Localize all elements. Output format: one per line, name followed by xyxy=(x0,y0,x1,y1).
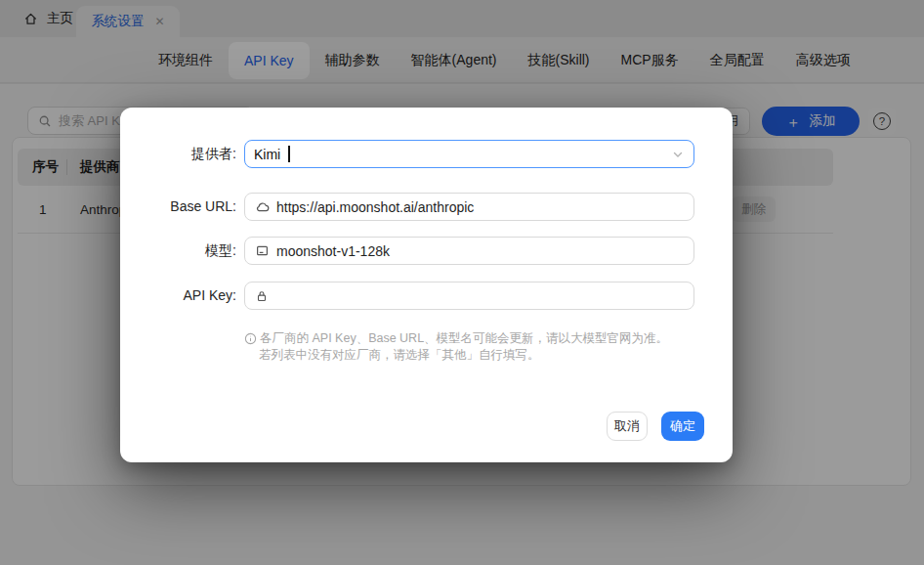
info-icon xyxy=(244,332,257,345)
dialog-note: 各厂商的 API Key、Base URL、模型名可能会更新，请以大模型官网为准… xyxy=(244,330,713,364)
model-icon xyxy=(255,243,270,258)
base-url-field[interactable] xyxy=(244,193,694,221)
lock-icon xyxy=(255,289,269,303)
api-key-label: API Key: xyxy=(120,282,236,310)
chevron-down-icon xyxy=(671,148,685,161)
base-url-input[interactable] xyxy=(276,199,684,215)
model-input[interactable] xyxy=(276,243,684,259)
confirm-button[interactable]: 确定 xyxy=(661,412,704,441)
base-url-label: Base URL: xyxy=(120,193,236,221)
api-key-input[interactable] xyxy=(275,288,684,304)
provider-value: Kimi xyxy=(254,147,280,162)
cloud-icon xyxy=(255,199,270,214)
note-line-1: 各厂商的 API Key、Base URL、模型名可能会更新，请以大模型官网为准… xyxy=(260,330,668,347)
model-label: 模型: xyxy=(120,237,236,265)
provider-combobox[interactable]: Kimi xyxy=(244,140,694,168)
note-line-2: 若列表中没有对应厂商，请选择「其他」自行填写。 xyxy=(244,347,713,364)
text-caret xyxy=(288,146,290,162)
model-field[interactable] xyxy=(244,237,694,265)
provider-label: 提供者: xyxy=(120,140,236,168)
api-key-dialog: 提供者: Kimi Base URL: 模型: API Key: 各厂商的 AP… xyxy=(120,108,733,462)
api-key-field[interactable] xyxy=(244,282,694,310)
cancel-button[interactable]: 取消 xyxy=(607,412,648,441)
